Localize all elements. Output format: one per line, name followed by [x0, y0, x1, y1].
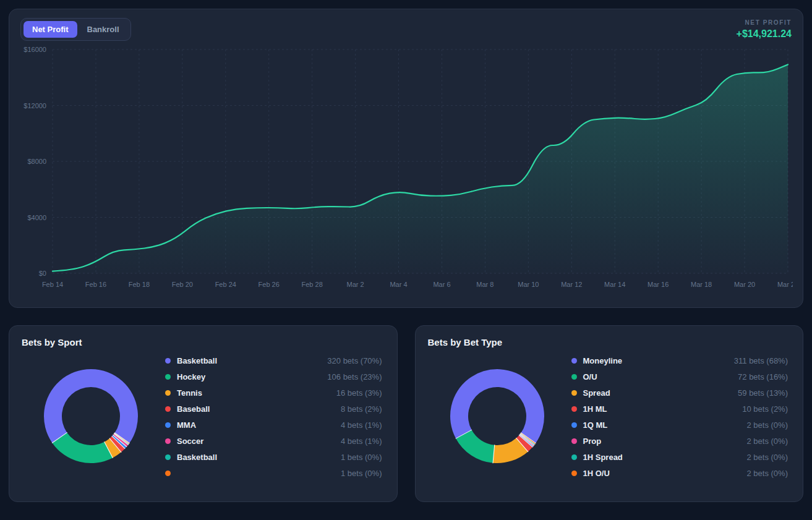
y-tick-label: $12000 — [24, 102, 46, 109]
legend-label: Hockey — [177, 371, 205, 383]
bets-by-bet-type-title: Bets by Bet Type — [428, 337, 791, 347]
legend-item-o-u: O/U72 bets (16%) — [571, 371, 788, 383]
bets-by-sport-title: Bets by Sport — [22, 337, 385, 347]
x-tick-label: Feb 24 — [215, 281, 236, 288]
legend-value: 72 bets (16%) — [738, 371, 788, 383]
legend-dot — [571, 454, 577, 460]
legend-item-spread: Spread59 bets (13%) — [571, 387, 788, 399]
donut-segment-basketball — [44, 369, 138, 443]
legend-value: 311 bets (68%) — [734, 355, 788, 367]
legend-dot — [571, 471, 577, 476]
legend-label: Spread — [583, 387, 610, 399]
legend-value: 106 bets (23%) — [327, 371, 382, 383]
legend-value: 8 bets (2%) — [341, 403, 382, 415]
bets-by-bet-type-card: Bets by Bet Type Moneyline311 bets (68%)… — [415, 325, 804, 502]
line-chart-svg: $0$4000$8000$12000$16000Feb 14Feb 16Feb … — [20, 42, 793, 292]
legend-value: 2 bets (0%) — [747, 419, 788, 431]
y-tick-label: $4000 — [27, 214, 46, 221]
legend-dot — [571, 374, 577, 380]
x-tick-label: Feb 14 — [42, 281, 63, 288]
legend-value: 2 bets (0%) — [747, 467, 788, 479]
x-tick-label: Feb 16 — [85, 281, 106, 288]
x-tick-label: Mar 22 — [777, 281, 793, 288]
legend-item-baseball: Baseball8 bets (2%) — [165, 403, 382, 415]
legend-dot — [165, 374, 171, 380]
legend-item-other: 1 bets (0%) — [165, 467, 382, 479]
legend-dot — [165, 422, 171, 428]
x-tick-label: Mar 12 — [561, 281, 582, 288]
bets-by-bet-type-svg — [445, 364, 549, 468]
legend-item-basketball: Basketball320 bets (70%) — [165, 355, 382, 367]
legend-value: 16 bets (3%) — [336, 387, 382, 399]
legend-item-tennis: Tennis16 bets (3%) — [165, 387, 382, 399]
legend-item-1q-ml: 1Q ML2 bets (0%) — [571, 419, 788, 431]
legend-item-soccer: Soccer4 bets (1%) — [165, 435, 382, 447]
pie-cards-row: Bets by Sport Basketball320 bets (70%)Ho… — [9, 325, 803, 502]
legend-label: 1Q ML — [583, 419, 608, 431]
legend-dot — [165, 454, 171, 460]
legend-label: Baseball — [177, 403, 210, 415]
x-tick-label: Feb 28 — [302, 281, 323, 288]
bets-by-sport-content: Basketball320 bets (70%)Hockey106 bets (… — [22, 347, 385, 479]
y-tick-label: $0 — [39, 270, 46, 277]
x-tick-label: Mar 16 — [647, 281, 669, 288]
net-profit-stat-label: NET PROFIT — [737, 19, 792, 26]
x-tick-label: Mar 8 — [476, 281, 494, 288]
bets-by-bet-type-donut — [445, 364, 549, 471]
chart-card-header: Net Profit Bankroll NET PROFIT +$14,921.… — [20, 18, 792, 41]
legend-item-prop: Prop2 bets (0%) — [571, 435, 788, 447]
legend-label: Tennis — [177, 387, 202, 399]
legend-label: 1H ML — [583, 403, 607, 415]
x-tick-label: Mar 2 — [347, 281, 364, 288]
net-profit-stat: NET PROFIT +$14,921.24 — [737, 18, 792, 40]
net-profit-card: Net Profit Bankroll NET PROFIT +$14,921.… — [9, 9, 803, 308]
legend-value: 2 bets (0%) — [747, 435, 788, 447]
chart-tabs: Net Profit Bankroll — [20, 18, 131, 41]
bets-by-sport-card: Bets by Sport Basketball320 bets (70%)Ho… — [9, 325, 398, 502]
legend-dot — [165, 471, 171, 476]
tab-net-profit[interactable]: Net Profit — [24, 21, 77, 38]
net-profit-line-chart: $0$4000$8000$12000$16000Feb 14Feb 16Feb … — [20, 42, 792, 294]
legend-dot — [571, 438, 577, 444]
legend-value: 1 bets (0%) — [341, 451, 382, 463]
y-tick-label: $8000 — [27, 158, 46, 165]
legend-dot — [571, 390, 577, 396]
bets-by-sport-donut — [39, 364, 143, 471]
x-tick-label: Mar 18 — [691, 281, 712, 288]
donut-segment-moneyline — [450, 369, 544, 443]
legend-item-1h-ml: 1H ML10 bets (2%) — [571, 403, 788, 415]
legend-value: 4 bets (1%) — [341, 435, 382, 447]
legend-label: Soccer — [177, 435, 203, 447]
x-tick-label: Feb 26 — [259, 281, 280, 288]
legend-value: 10 bets (2%) — [742, 403, 788, 415]
x-tick-label: Mar 20 — [734, 281, 755, 288]
legend-label: Basketball — [177, 451, 217, 463]
x-tick-label: Mar 10 — [518, 281, 539, 288]
net-profit-area — [53, 64, 788, 273]
legend-dot — [165, 406, 171, 412]
legend-label: Moneyline — [583, 355, 623, 367]
legend-dot — [165, 390, 171, 396]
legend-value: 1 bets (0%) — [341, 467, 382, 479]
legend-label: 1H Spread — [583, 451, 623, 463]
legend-item-1h-o-u: 1H O/U2 bets (0%) — [571, 467, 788, 479]
donut-segment-hockey — [52, 432, 113, 462]
x-tick-label: Mar 4 — [390, 281, 407, 288]
legend-dot — [571, 406, 577, 412]
tab-bankroll[interactable]: Bankroll — [79, 21, 128, 38]
y-tick-label: $16000 — [24, 46, 46, 53]
legend-dot — [165, 358, 171, 364]
legend-value: 4 bets (1%) — [341, 419, 382, 431]
bets-by-sport-legend: Basketball320 bets (70%)Hockey106 bets (… — [165, 355, 382, 479]
bets-by-bet-type-content: Moneyline311 bets (68%)O/U72 bets (16%)S… — [428, 347, 791, 479]
legend-label: Prop — [583, 435, 602, 447]
legend-item-mma: MMA4 bets (1%) — [165, 419, 382, 431]
legend-value: 320 bets (70%) — [327, 355, 382, 367]
legend-dot — [571, 358, 577, 364]
x-tick-label: Feb 20 — [172, 281, 193, 288]
legend-dot — [571, 422, 577, 428]
legend-item-1h-spread: 1H Spread2 bets (0%) — [571, 451, 788, 463]
legend-item-hockey: Hockey106 bets (23%) — [165, 371, 382, 383]
legend-item-moneyline: Moneyline311 bets (68%) — [571, 355, 788, 367]
net-profit-stat-value: +$14,921.24 — [737, 28, 792, 40]
